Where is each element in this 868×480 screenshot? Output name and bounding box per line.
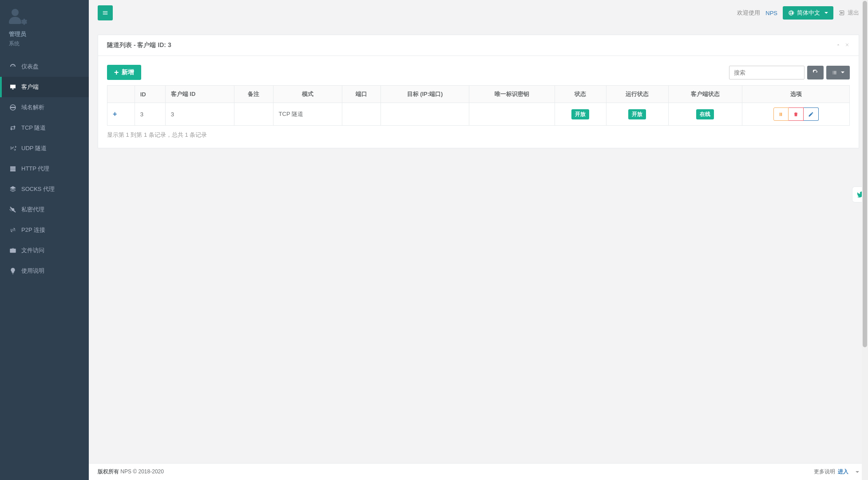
status-badge: 在线 bbox=[696, 109, 714, 119]
tunnel-table: ID客户端 ID备注模式端口目标 (IP:端口)唯一标识密钥状态运行状态客户端状… bbox=[107, 85, 850, 126]
cell-run-status: 开放 bbox=[606, 103, 668, 126]
welcome-text: 欢迎使用 bbox=[737, 9, 760, 17]
exchange-icon bbox=[9, 226, 17, 234]
column-header[interactable]: ID bbox=[135, 86, 165, 103]
nav-label: SOCKS 代理 bbox=[21, 185, 55, 193]
nav-label: P2P 连接 bbox=[21, 226, 45, 234]
pause-icon bbox=[778, 111, 784, 117]
close-panel-button[interactable] bbox=[844, 42, 850, 49]
column-header[interactable]: 选项 bbox=[742, 86, 850, 103]
cell-client-status: 在线 bbox=[668, 103, 742, 126]
logout-button[interactable]: 退出 bbox=[839, 9, 859, 17]
cell-client-id: 3 bbox=[165, 103, 234, 126]
column-header[interactable]: 客户端 ID bbox=[165, 86, 234, 103]
table-info: 显示第 1 到第 1 条记录，总共 1 条记录 bbox=[107, 131, 850, 139]
nav-item-desktop[interactable]: 客户端 bbox=[0, 77, 89, 97]
nav-list: 仪表盘客户端域名解析TCP 隧道UDP 隧道HTTP 代理SOCKS 代理私密代… bbox=[0, 56, 89, 281]
language-label: 简体中文 bbox=[797, 9, 820, 17]
trash-icon bbox=[793, 111, 799, 117]
column-header[interactable]: 备注 bbox=[234, 86, 273, 103]
cell-port bbox=[342, 103, 380, 126]
globe-icon bbox=[9, 104, 17, 111]
delete-button[interactable] bbox=[789, 107, 804, 121]
status-badge: 开放 bbox=[628, 109, 646, 119]
cell-key bbox=[469, 103, 555, 126]
pause-button[interactable] bbox=[773, 107, 789, 121]
chevron-up-icon bbox=[836, 42, 841, 48]
nav-label: 私密代理 bbox=[21, 206, 44, 214]
columns-button[interactable] bbox=[826, 66, 850, 79]
column-header[interactable]: 目标 (IP:端口) bbox=[381, 86, 469, 103]
nav-item-eye-slash[interactable]: 私密代理 bbox=[0, 199, 89, 220]
tunnel-panel: 隧道列表 - 客户端 ID: 3 + 新增 bbox=[98, 35, 859, 148]
cell-status: 开放 bbox=[555, 103, 606, 126]
column-header[interactable]: 客户端状态 bbox=[668, 86, 742, 103]
sidebar-header: 管理员 系统 bbox=[0, 0, 89, 52]
expand-button[interactable]: + bbox=[113, 110, 117, 118]
nav-item-bulb[interactable]: 使用说明 bbox=[0, 261, 89, 281]
nav-label: 域名解析 bbox=[21, 103, 44, 111]
briefcase-icon bbox=[9, 247, 17, 254]
cell-target bbox=[381, 103, 469, 126]
edit-icon bbox=[808, 111, 814, 117]
cell-mode: TCP 隧道 bbox=[273, 103, 342, 126]
nav-item-briefcase[interactable]: 文件访问 bbox=[0, 240, 89, 261]
caret-down-icon bbox=[841, 71, 844, 73]
random-icon bbox=[9, 145, 17, 152]
status-badge: 开放 bbox=[571, 109, 589, 119]
footer: 版权所有 NPS © 2018-2020 更多说明 进入 bbox=[89, 463, 868, 480]
column-header[interactable]: 状态 bbox=[555, 86, 606, 103]
nav-label: TCP 隧道 bbox=[21, 124, 46, 132]
brand-link[interactable]: NPS bbox=[765, 10, 777, 16]
copyright: 版权所有 NPS © 2018-2020 bbox=[98, 468, 164, 476]
column-header[interactable]: 端口 bbox=[342, 86, 380, 103]
vertical-scrollbar[interactable] bbox=[862, 0, 868, 480]
column-header[interactable]: 唯一标识密钥 bbox=[469, 86, 555, 103]
retweet-icon bbox=[9, 124, 17, 131]
nav-item-layers[interactable]: SOCKS 代理 bbox=[0, 179, 89, 199]
sign-out-icon bbox=[839, 10, 845, 16]
cell-id: 3 bbox=[135, 103, 165, 126]
scrollbar-thumb[interactable] bbox=[863, 1, 867, 347]
language-button[interactable]: 简体中文 bbox=[783, 6, 833, 20]
sidebar-toggle-button[interactable] bbox=[98, 5, 113, 20]
topbar: 欢迎使用 NPS 简体中文 退出 bbox=[89, 0, 868, 26]
admin-role: 系统 bbox=[9, 40, 80, 48]
nav-item-server[interactable]: HTTP 代理 bbox=[0, 159, 89, 179]
add-button[interactable]: + 新增 bbox=[107, 65, 141, 80]
cell-actions bbox=[742, 103, 850, 126]
plus-icon: + bbox=[114, 68, 119, 76]
nav-item-exchange[interactable]: P2P 连接 bbox=[0, 220, 89, 240]
panel-title: 隧道列表 - 客户端 ID: 3 bbox=[107, 41, 171, 49]
user-gear-icon bbox=[9, 9, 27, 26]
desktop-icon bbox=[9, 83, 17, 91]
nav-item-random[interactable]: UDP 隧道 bbox=[0, 138, 89, 159]
footer-more-text: 更多说明 bbox=[814, 468, 835, 476]
search-input[interactable] bbox=[729, 66, 805, 79]
nav-label: 仪表盘 bbox=[21, 63, 39, 71]
dashboard-icon bbox=[9, 63, 17, 70]
list-icon bbox=[832, 70, 837, 75]
edit-button[interactable] bbox=[804, 107, 819, 121]
nav-label: 客户端 bbox=[21, 83, 39, 91]
caret-down-icon bbox=[856, 471, 859, 473]
layers-icon bbox=[9, 186, 17, 193]
sidebar: 管理员 系统 仪表盘客户端域名解析TCP 隧道UDP 隧道HTTP 代理SOCK… bbox=[0, 0, 89, 480]
bulb-icon bbox=[9, 267, 17, 274]
nav-label: 文件访问 bbox=[21, 246, 44, 254]
nav-item-globe[interactable]: 域名解析 bbox=[0, 97, 89, 118]
column-header[interactable]: 模式 bbox=[273, 86, 342, 103]
footer-more-link[interactable]: 进入 bbox=[838, 468, 848, 476]
admin-name: 管理员 bbox=[9, 30, 80, 38]
column-header[interactable] bbox=[107, 86, 135, 103]
nav-item-dashboard[interactable]: 仪表盘 bbox=[0, 56, 89, 77]
add-label: 新增 bbox=[122, 68, 134, 76]
refresh-icon bbox=[813, 70, 818, 75]
table-row: +33TCP 隧道开放开放在线 bbox=[107, 103, 850, 126]
refresh-button[interactable] bbox=[807, 66, 824, 79]
collapse-button[interactable] bbox=[836, 42, 841, 49]
logout-label: 退出 bbox=[848, 9, 859, 17]
nav-item-retweet[interactable]: TCP 隧道 bbox=[0, 118, 89, 138]
column-header[interactable]: 运行状态 bbox=[606, 86, 668, 103]
close-icon bbox=[844, 42, 850, 48]
